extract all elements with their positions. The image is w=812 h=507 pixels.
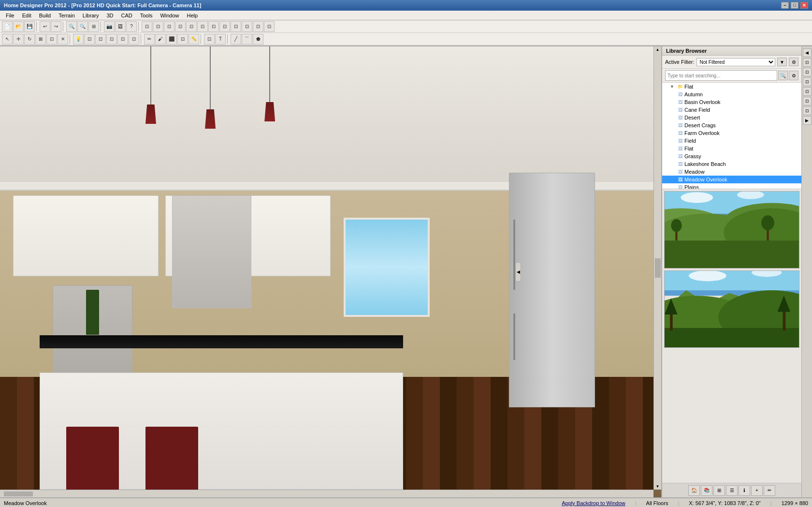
tb-copy[interactable]: ⊡ <box>46 34 57 45</box>
rp-info-btn[interactable]: ℹ <box>739 485 750 496</box>
tb-new[interactable]: 📄 <box>2 21 13 32</box>
tb-rotate[interactable]: ↻ <box>24 34 35 45</box>
rp-add-btn[interactable]: + <box>751 485 763 496</box>
rp-catalog-btn[interactable]: 📚 <box>701 485 712 496</box>
library-tree[interactable]: ▼ 📁 Flat 🖼 Autumn 🖼 Basin Overlook 🖼 Can… <box>662 83 801 189</box>
tb-open[interactable]: 📂 <box>13 21 24 32</box>
tree-item-lakeshore-beach[interactable]: 🖼 Lakeshore Beach <box>662 160 801 168</box>
menu-tools[interactable]: Tools <box>136 12 157 19</box>
tb-light[interactable]: 💡 <box>73 34 84 45</box>
tree-item-cane-field[interactable]: 🖼 Cane Field <box>662 106 801 114</box>
tb-fill[interactable]: ⬛ <box>166 34 177 45</box>
tb-camera[interactable]: 📷 <box>104 21 115 32</box>
tb-door[interactable]: ⊡ <box>153 21 163 32</box>
rp-edit-btn[interactable]: ✏ <box>764 485 775 496</box>
tb-line[interactable]: ╱ <box>231 34 241 45</box>
far-right-btn-6[interactable]: ⊡ <box>803 97 812 105</box>
menu-edit[interactable]: Edit <box>18 12 35 19</box>
far-right-btn-2[interactable]: ⊡ <box>803 58 812 67</box>
filter-options-button[interactable]: ⚙ <box>789 58 798 66</box>
minimize-button[interactable]: − <box>781 2 789 9</box>
tb-undo[interactable]: ↩ <box>40 21 50 32</box>
viewport-hscroll[interactable] <box>0 490 653 497</box>
hscroll-thumb[interactable] <box>4 492 33 496</box>
tree-item-desert-crags[interactable]: 🖼 Desert Crags <box>662 121 801 129</box>
tb-redo[interactable]: ↪ <box>51 21 61 32</box>
tb-view4[interactable]: ⊡ <box>117 34 128 45</box>
search-input[interactable] <box>665 70 777 81</box>
tb-fit[interactable]: ⊞ <box>88 21 99 32</box>
tree-item-autumn[interactable]: 🖼 Autumn <box>662 90 801 98</box>
tb-cabinet[interactable]: ⊡ <box>219 21 230 32</box>
tree-folder-flat[interactable]: ▼ 📁 Flat <box>662 83 801 90</box>
tb-save[interactable]: 💾 <box>24 21 35 32</box>
tb-appliance[interactable]: ⊡ <box>231 21 241 32</box>
far-right-btn-4[interactable]: ⊡ <box>803 77 812 86</box>
rp-list-btn[interactable]: ☰ <box>726 485 738 496</box>
tb-roof[interactable]: ⊡ <box>186 21 197 32</box>
tree-item-plains[interactable]: 🖼 Plains <box>662 183 801 189</box>
tb-electrical[interactable]: ⊡ <box>253 21 263 32</box>
filter-button[interactable]: ▼ <box>777 58 787 66</box>
preview-image-1[interactable] <box>664 191 799 268</box>
tb-paint[interactable]: 🖌 <box>155 34 166 45</box>
tb-fixture[interactable]: ⊡ <box>242 21 252 32</box>
tb-zoom-out[interactable]: 🔍 <box>77 21 88 32</box>
tb-view5[interactable]: ⊡ <box>129 34 139 45</box>
search-options-button[interactable]: ⚙ <box>789 71 798 80</box>
viewport[interactable]: ▲ ▼ ◀ <box>0 46 661 497</box>
rp-home-btn[interactable]: 🏠 <box>688 485 700 496</box>
tb-terrain[interactable]: ⊡ <box>197 21 208 32</box>
tree-item-meadow[interactable]: 🖼 Meadow <box>662 168 801 176</box>
tree-item-farm-overlook[interactable]: 🖼 Farm Overlook <box>662 129 801 137</box>
far-right-btn-1[interactable]: ◀ <box>803 48 812 57</box>
viewport-vscroll[interactable]: ▲ ▼ <box>653 46 661 490</box>
tb-select[interactable]: ↖ <box>2 34 13 45</box>
menu-file[interactable]: File <box>2 12 18 19</box>
tb-arc[interactable]: ⌒ <box>242 34 252 45</box>
tree-item-field[interactable]: 🖼 Field <box>662 137 801 145</box>
tb-view1[interactable]: ⊡ <box>84 34 95 45</box>
filter-select[interactable]: Not Filtered <box>696 58 775 66</box>
tb-zoom-in[interactable]: 🔍 <box>66 21 77 32</box>
maximize-button[interactable]: □ <box>791 2 798 9</box>
menu-window[interactable]: Window <box>156 12 183 19</box>
tb-delete[interactable]: ✕ <box>58 34 68 45</box>
panel-collapse-button[interactable]: ◀ <box>515 262 521 282</box>
tb-dim[interactable]: ⊡ <box>204 34 215 45</box>
preview-image-2[interactable] <box>664 270 799 348</box>
tb-stair[interactable]: ⊡ <box>175 21 186 32</box>
tb-scale[interactable]: ⊠ <box>35 34 46 45</box>
tb-window[interactable]: ⊡ <box>164 21 174 32</box>
tb-help[interactable]: ? <box>126 21 137 32</box>
tb-erase[interactable]: ⊡ <box>177 34 188 45</box>
far-right-btn-7[interactable]: ⊡ <box>803 106 812 115</box>
far-right-btn-8[interactable]: ▶ <box>803 116 812 125</box>
tb-hvac[interactable]: ⊡ <box>264 21 275 32</box>
tb-poly[interactable]: ⬟ <box>253 34 263 45</box>
menu-library[interactable]: Library <box>79 12 103 19</box>
tb-pencil[interactable]: ✏ <box>144 34 155 45</box>
tree-item-basin-overlook[interactable]: 🖼 Basin Overlook <box>662 98 801 106</box>
tree-item-grassy[interactable]: 🖼 Grassy <box>662 152 801 160</box>
far-right-btn-3[interactable]: ⊡ <box>803 68 812 76</box>
tree-item-flat[interactable]: 🖼 Flat <box>662 145 801 152</box>
tb-measure[interactable]: 📏 <box>188 34 199 45</box>
tb-render[interactable]: 🖼 <box>115 21 126 32</box>
tb-floor[interactable]: ⊡ <box>208 21 219 32</box>
tree-item-meadow-overlook[interactable]: 🖼 Meadow Overlook <box>662 176 801 183</box>
tree-item-desert[interactable]: 🖼 Desert <box>662 114 801 121</box>
far-right-btn-5[interactable]: ⊡ <box>803 87 812 96</box>
close-button[interactable]: ✕ <box>800 2 808 9</box>
menu-cad[interactable]: CAD <box>117 12 136 19</box>
tb-text[interactable]: T <box>215 34 226 45</box>
menu-terrain[interactable]: Terrain <box>55 12 79 19</box>
tb-view3[interactable]: ⊡ <box>106 34 117 45</box>
rp-grid-btn[interactable]: ⊞ <box>713 485 725 496</box>
menu-3d[interactable]: 3D <box>102 12 117 19</box>
search-button[interactable]: 🔍 <box>778 71 788 80</box>
status-apply-backdrop[interactable]: Apply Backdrop to Window <box>562 500 625 506</box>
menu-build[interactable]: Build <box>35 12 55 19</box>
tb-view2[interactable]: ⊡ <box>95 34 106 45</box>
menu-help[interactable]: Help <box>183 12 202 19</box>
